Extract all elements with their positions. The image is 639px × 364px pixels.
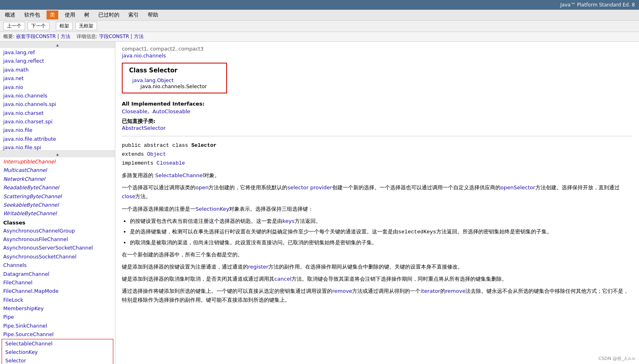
class-filechannel-mapmode[interactable]: FileChannel.MapMode xyxy=(0,287,115,295)
register-link[interactable]: register xyxy=(248,264,268,270)
summary-nested-constr[interactable]: 嵌套字段CONSTR xyxy=(16,34,56,39)
pkg-math[interactable]: java.math xyxy=(0,66,115,74)
decl-line1: public abstract class Selector xyxy=(122,141,633,150)
abstract-selector-link[interactable]: AbstractSelector xyxy=(122,125,166,131)
iface-scattering[interactable]: ScatteringByteChannel xyxy=(0,192,115,201)
class-async-socket[interactable]: AsynchronousSocketChannel xyxy=(0,252,115,261)
detail-sep1: | xyxy=(131,34,134,39)
pkg-nio-channels[interactable]: java.nio.channels xyxy=(0,91,115,100)
class-async-file[interactable]: AsynchronousFileChannel xyxy=(0,235,115,243)
class-async-server[interactable]: AsynchronousServerSocketChannel xyxy=(0,243,115,252)
decl-line2: extends Object xyxy=(122,150,633,159)
class-datagram[interactable]: DatagramChannel xyxy=(0,270,115,278)
class-membershipkey[interactable]: MembershipKey xyxy=(0,304,115,313)
desc-para1: 多路复用器的 SelectableChannel对象。 xyxy=(122,171,633,180)
iface-seekable[interactable]: SeekableByteChannel xyxy=(0,201,115,209)
class-pipe[interactable]: Pipe xyxy=(0,313,115,321)
classes-label: Classes xyxy=(0,218,115,226)
iface-closeable-link[interactable]: Closeable xyxy=(122,108,147,114)
pkg-lang-reflect[interactable]: java.lang.reflect xyxy=(0,57,115,65)
sidebar-package-list[interactable]: ▲ java.lang.ref java.lang.reflect java.m… xyxy=(0,42,115,151)
iface-network[interactable]: NetworkChannel xyxy=(0,175,115,183)
tab-index[interactable]: 索引 xyxy=(126,11,141,19)
iface-readable[interactable]: ReadableByteChannel xyxy=(0,183,115,192)
tab-package[interactable]: 软件包 xyxy=(22,11,42,19)
tab-tree[interactable]: 树 xyxy=(82,11,92,19)
pkg-nio-charset[interactable]: java.nio.charset xyxy=(0,109,115,117)
implemented-interfaces: Closeable, AutoCloseable xyxy=(122,108,633,114)
class-channels[interactable]: Channels xyxy=(0,261,115,269)
tab-deprecated[interactable]: 已过时的 xyxy=(96,11,122,19)
noframes-button[interactable]: 无框架 xyxy=(75,22,97,30)
desc-para-keys-selected: 通过选择操作将键添加到所选的键集上。一个键的可以直接从选定的密钥集通过调用设置的… xyxy=(122,287,633,305)
iface-interruptible[interactable]: InterruptibleChannel xyxy=(0,157,115,166)
detail-method[interactable]: 方法 xyxy=(134,34,144,39)
summary-sep1: | xyxy=(57,34,61,39)
summary-method[interactable]: 方法 xyxy=(61,34,70,39)
breadcrumb-package: java.nio.channels xyxy=(122,53,633,59)
implements-closeable-link[interactable]: Closeable xyxy=(157,160,185,166)
pkg-nio-file-spi[interactable]: java.nio.file.spi xyxy=(0,143,115,151)
iface-writable[interactable]: WritableByteChannel xyxy=(0,209,115,218)
sidebar: ▲ java.lang.ref java.lang.reflect java.m… xyxy=(0,42,115,364)
class-selector[interactable]: Selector xyxy=(2,356,113,364)
decl-line3: implements Closeable xyxy=(122,159,633,168)
hierarchy-object-link[interactable]: java.lang.Object xyxy=(132,77,174,83)
class-filelock[interactable]: FileLock xyxy=(0,296,115,304)
iface-autocloseable-link[interactable]: AutoCloseable xyxy=(153,108,190,114)
breadcrumb-compact: compact1, compact2, compact3 xyxy=(122,46,633,52)
next-button[interactable]: 下一个 xyxy=(28,22,49,30)
frames-button[interactable]: 框架 xyxy=(56,22,73,30)
class-hierarchy-box: Class Selector java.lang.Object java.nio… xyxy=(122,63,227,93)
class-async-group[interactable]: AsynchronousChannelGroup xyxy=(0,226,115,235)
class-pipe-source[interactable]: Pipe.SourceChannel xyxy=(0,330,115,339)
class-hierarchy: java.lang.Object java.nio.channels.Selec… xyxy=(129,77,220,89)
desc-para-keys-cancel: 键是添加到选择器的取消集时取消，是否关闭其通道或通过调用其cancel方法。取消… xyxy=(122,275,633,284)
open-link[interactable]: open xyxy=(195,184,208,190)
keys-link[interactable]: keys xyxy=(282,218,295,224)
iterator-link[interactable]: iterator xyxy=(420,288,440,294)
tab-class[interactable]: 类 xyxy=(47,11,58,19)
iterator-remove-link[interactable]: remove xyxy=(446,288,465,294)
divider1 xyxy=(122,136,633,136)
pkg-nio-charset-spi[interactable]: java.nio.charset.spi xyxy=(0,117,115,126)
platform-title: Java™ Platform Standard Ed. 8 xyxy=(560,2,635,8)
remove-link[interactable]: remove xyxy=(332,288,352,294)
desc-para3: 一个选择器选择频道的注册是一SelectionKey对象表示。选择器保持三组选择… xyxy=(122,205,633,214)
class-pipe-sink[interactable]: Pipe.SinkChannel xyxy=(0,322,115,330)
iface-multicast[interactable]: MulticastChannel xyxy=(0,166,115,174)
selectable-channel-link1[interactable]: SelectableChannel xyxy=(155,172,204,178)
class-filechannel[interactable]: FileChannel xyxy=(0,278,115,287)
selector-provider-link[interactable]: selector provider xyxy=(287,184,332,190)
class-declaration: public abstract class Selector extends O… xyxy=(122,141,633,168)
tab-overview[interactable]: 概述 xyxy=(2,11,18,19)
bullet-item-2: 是的选择键集键，检测可以在事先选择运行时设置在关键的利益确定操作至少一个每个关键… xyxy=(130,227,633,237)
nav-tabs: 概述 软件包 类 使用 树 已过时的 索引 帮助 xyxy=(0,10,639,21)
detail-field-constr[interactable]: 字段CONSTR xyxy=(99,34,129,39)
tab-use[interactable]: 使用 xyxy=(62,11,78,19)
cancel-link[interactable]: cancel xyxy=(274,276,291,282)
summary-bar: 概要: 嵌套字段CONSTR | 方法 详细信息: 字段CONSTR | 方法 xyxy=(0,32,639,42)
pkg-nio-file-attr[interactable]: java.nio.file.attribute xyxy=(0,135,115,143)
scroll-up-bottom[interactable]: ▲ xyxy=(0,151,115,157)
class-selectionkey[interactable]: SelectionKey xyxy=(2,348,113,356)
breadcrumb-package-link[interactable]: java.nio.channels xyxy=(122,53,166,59)
pkg-nio-channels-spi[interactable]: java.nio.channels.spi xyxy=(0,100,115,108)
pkg-nio[interactable]: java.nio xyxy=(0,83,115,91)
bullet-item-3: 的取消集是被取消的渠道，但尚未注销键集。此设置没有直接访问。已取消的密钥集始终是… xyxy=(130,238,633,247)
class-selectable[interactable]: SelectableChannel xyxy=(2,339,113,348)
all-interfaces-heading: All Implemented Interfaces: xyxy=(122,101,633,107)
sidebar-class-list[interactable]: ▲ InterruptibleChannel MulticastChannel … xyxy=(0,151,115,364)
selection-key-link1[interactable]: SelectionKey xyxy=(195,206,229,212)
prev-button[interactable]: 上一个 xyxy=(3,22,25,30)
pkg-net[interactable]: java.net xyxy=(0,74,115,83)
bullet-item-1: 的按键设置包含代表当前信道注册这个选择器的钥匙。这一套是由keys方法返回。 xyxy=(130,217,633,226)
open-selector-link[interactable]: openSelector xyxy=(501,184,535,190)
pkg-nio-file[interactable]: java.nio.file xyxy=(0,126,115,134)
extends-object-link[interactable]: Object xyxy=(147,151,166,157)
scroll-up-top[interactable]: ▲ xyxy=(0,42,115,48)
pkg-lang-ref[interactable]: java.lang.ref xyxy=(0,48,115,57)
close-link1[interactable]: close xyxy=(122,193,135,199)
main-layout: ▲ java.lang.ref java.lang.reflect java.m… xyxy=(0,42,639,364)
tab-help[interactable]: 帮助 xyxy=(145,11,161,19)
